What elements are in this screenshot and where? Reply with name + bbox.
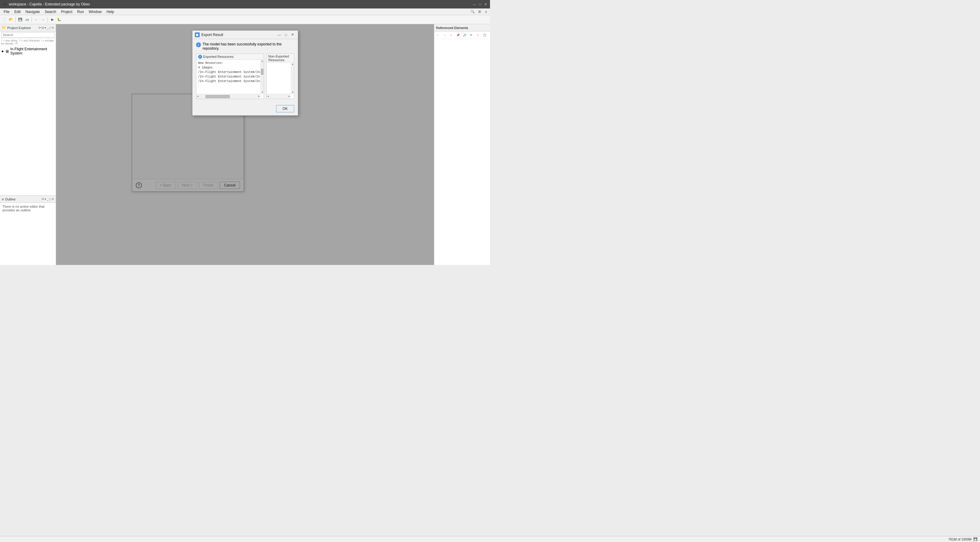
export-line-2: /In-Flight Entertainment System/In- [198,70,262,74]
menu-project[interactable]: Project [59,9,75,14]
outline-message: There is no active editor that provides … [2,205,45,212]
v-scroll-down-arrow[interactable]: ▼ [261,91,264,94]
outline-maximize-button[interactable]: □ [49,197,51,201]
v-scroll-thumb[interactable] [261,69,263,75]
exported-scrollbar-vertical[interactable]: ▲ ▼ [261,60,264,94]
ref-forward-button[interactable]: → [442,32,447,38]
maximize-button[interactable]: □ [478,2,482,6]
dialog-title: Export Result [202,33,223,37]
tree-item-inflight[interactable]: ▶ 🖥 In-Flight Entertainment System [0,46,56,56]
exported-resources-content: New Resources: 4 images. /In-Flight Ente… [196,60,264,99]
exported-resources-panel: ? Exported Resources: New Resources: 4 i… [196,54,264,99]
minimize-button[interactable]: — [473,2,477,6]
dialog-title-controls: — □ ✕ [277,32,296,37]
non-exported-resources-panel: Non-Exported Resources: ▲ ▼ [266,54,294,99]
save-all-button[interactable]: 🗃 [24,17,30,23]
ref-refresh-button[interactable]: ⟳ [468,32,474,38]
minimize-panel-button[interactable]: _ [47,26,48,29]
non-exported-resources-label: Non-Exported Resources: [269,54,292,62]
close-button[interactable]: ✕ [483,2,488,6]
menu-search[interactable]: Search [42,9,59,14]
ref-home-button[interactable]: ⌂ [448,32,454,38]
nh-scroll-right-arrow[interactable]: ▶ [288,95,291,98]
menu-file[interactable]: File [1,9,12,14]
outline-controls: ⟳ ▾ _ □ ✕ [41,197,54,201]
sync-button[interactable]: ⟳ [38,26,41,29]
open-button[interactable]: 📂 [8,17,14,23]
outline-close-button[interactable]: ✕ [51,197,54,201]
exported-resources-label: Exported Resources: [203,55,235,59]
center-area: ? < Back Next > Finish Cancel ▣ Export R… [56,24,434,265]
h-scroll-left-arrow[interactable]: ◀ [196,95,199,98]
left-panel: 📁 Project Explorer ⟳ ⊟ ▾ _ □ ✕ * = any s… [0,24,56,265]
panel-spacer [0,56,56,195]
exported-scrollbar-horizontal[interactable]: ◀ ▶ [196,94,261,99]
debug-button[interactable]: 🐛 [56,17,62,23]
ref-pin-button[interactable]: 📌 [455,32,461,38]
tree-expand-icon: ▶ [2,50,4,53]
right-panel: Referenced Elements ← → ⌂ 📌 🔗 ⟳ □ 📋 [434,24,490,265]
export-result-dialog: ▣ Export Result — □ ✕ i The model has be… [192,30,298,116]
h-scroll-right-arrow[interactable]: ▶ [258,95,261,98]
dialog-minimize-button[interactable]: — [277,32,282,37]
project-label: In-Flight Entertainment System [10,47,54,55]
quick-access-button[interactable]: ≡ [483,9,489,14]
nh-scroll-left-arrow[interactable]: ◀ [267,95,270,98]
run-button[interactable]: ▶ [49,17,56,23]
global-search-button[interactable]: 🔍 [470,9,476,14]
v-scroll-up-arrow[interactable]: ▲ [261,60,264,63]
collapse-button[interactable]: ⊟ [41,26,44,29]
modal-overlay: ▣ Export Result — □ ✕ i The model has be… [56,24,434,265]
ref-link-button[interactable]: 🔗 [461,32,468,38]
maximize-panel-button[interactable]: □ [49,26,51,29]
search-input[interactable] [1,32,54,38]
outline-title: Outline [5,197,16,201]
success-message-area: i The model has been successfully export… [196,42,294,51]
menu-edit[interactable]: Edit [12,9,23,14]
outline-header: ≡ Outline ⟳ ▾ _ □ ✕ [0,196,56,203]
ref-expand-button[interactable]: □ [475,32,481,38]
close-panel-button[interactable]: ✕ [51,26,54,29]
menu-window[interactable]: Window [86,9,104,14]
save-button[interactable]: 💾 [17,17,23,23]
dialog-close-button[interactable]: ✕ [290,32,296,37]
v-scroll-container: ▲ ▼ [261,60,264,94]
ref-toolbar: ← → ⌂ 📌 🔗 ⟳ □ 📋 [434,32,490,39]
resources-area: ? Exported Resources: New Resources: 4 i… [196,54,294,99]
outline-minimize-button[interactable]: _ [47,197,48,201]
new-button[interactable]: 📄 [1,17,7,23]
ref-back-button[interactable]: ← [435,32,441,38]
outline-section: ≡ Outline ⟳ ▾ _ □ ✕ There is no active e… [0,195,56,265]
info-icon: i [196,43,201,47]
h-scroll-thumb[interactable] [205,95,230,98]
menu-navigate[interactable]: Navigate [23,9,42,14]
exported-help-icon[interactable]: ? [198,55,202,59]
dialog-title-bar: ▣ Export Result — □ ✕ [192,30,298,39]
referenced-elements-header: Referenced Elements [434,24,490,32]
view-menu-button[interactable]: ▾ [45,26,46,29]
ref-copy-button[interactable]: 📋 [482,32,488,38]
nv-scroll-down-arrow[interactable]: ▼ [291,91,294,94]
v-scroll-track [261,75,264,91]
dialog-maximize-button[interactable]: □ [283,32,289,37]
title-bar-left: ⬛ workspace - Capella - Extended package… [2,2,90,6]
back-button[interactable]: ← [33,17,40,23]
perspective-button[interactable]: ⊞ [477,9,482,14]
toolbar-right: 🔍 ⊞ ≡ [470,9,489,14]
forward-button[interactable]: → [40,17,46,23]
non-exported-scrollbar-horizontal[interactable]: ◀ ▶ [267,94,291,99]
non-exported-resources-content: ▲ ▼ ◀ ▶ [267,63,294,99]
outline-sync-button[interactable]: ⟳ [41,197,44,201]
menu-help[interactable]: Help [104,9,117,14]
nv-scroll-up-arrow[interactable]: ▲ [291,63,294,66]
export-line-header: New Resources: [198,61,262,65]
search-area [0,32,56,38]
ok-button[interactable]: OK [276,105,294,113]
menu-run[interactable]: Run [75,9,86,14]
outline-menu-button[interactable]: ▾ [45,197,46,201]
main-layout: 📁 Project Explorer ⟳ ⊟ ▾ _ □ ✕ * = any s… [0,24,490,265]
main-toolbar: 📄 📂 💾 🗃 ← → ▶ 🐛 [0,15,490,24]
project-explorer-title: Project Explorer [7,26,31,30]
non-exported-scrollbar-vertical[interactable]: ▲ ▼ [291,63,294,94]
outline-content: There is no active editor that provides … [0,203,56,214]
